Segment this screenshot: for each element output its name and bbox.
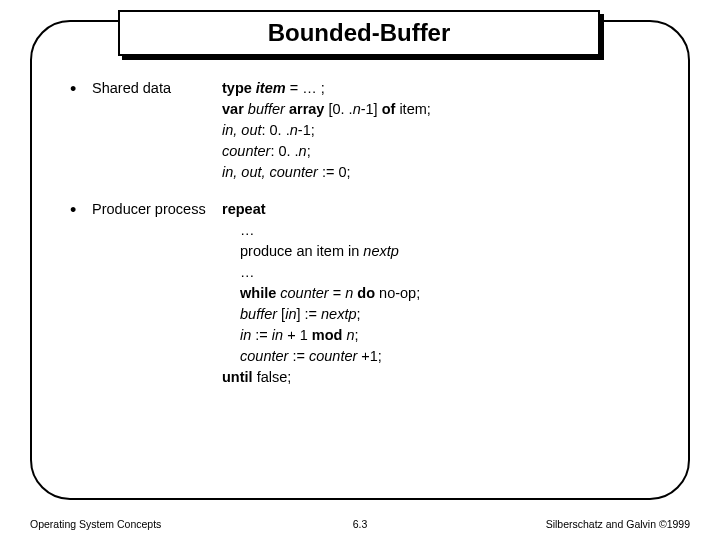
bullet-shared-data: • Shared data type item = … ; var buffer… (70, 78, 670, 183)
footer-right: Silberschatz and Galvin ©1999 (546, 518, 690, 530)
footer-page-number: 6.3 (353, 518, 368, 530)
slide-title: Bounded-Buffer (268, 19, 451, 47)
producer-code: repeat … produce an item in nextp … whil… (222, 199, 670, 388)
title-box: Bounded-Buffer (118, 10, 600, 56)
code-line: repeat (222, 199, 670, 220)
code-line: produce an item in nextp (222, 241, 670, 262)
code-line: type item = … ; (222, 78, 670, 99)
content-area: • Shared data type item = … ; var buffer… (70, 78, 670, 404)
bullet-dot-icon: • (70, 78, 92, 183)
slide: Bounded-Buffer • Shared data type item =… (0, 0, 720, 540)
code-line: in := in + 1 mod n; (222, 325, 670, 346)
code-line: counter: 0. .n; (222, 141, 670, 162)
bullet-label: Shared data (92, 78, 222, 183)
code-line: in, out, counter := 0; (222, 162, 670, 183)
code-line: while counter = n do no-op; (222, 283, 670, 304)
bullet-dot-icon: • (70, 199, 92, 388)
code-line: counter := counter +1; (222, 346, 670, 367)
shared-data-code: type item = … ; var buffer array [0. .n-… (222, 78, 670, 183)
code-line: … (222, 220, 670, 241)
code-line: … (222, 262, 670, 283)
code-line: until false; (222, 367, 670, 388)
footer-left: Operating System Concepts (30, 518, 161, 530)
code-line: var buffer array [0. .n-1] of item; (222, 99, 670, 120)
code-line: in, out: 0. .n-1; (222, 120, 670, 141)
bullet-label: Producer process (92, 199, 222, 388)
footer: Operating System Concepts 6.3 Silberscha… (30, 518, 690, 530)
bullet-producer-process: • Producer process repeat … produce an i… (70, 199, 670, 388)
code-line: buffer [in] := nextp; (222, 304, 670, 325)
